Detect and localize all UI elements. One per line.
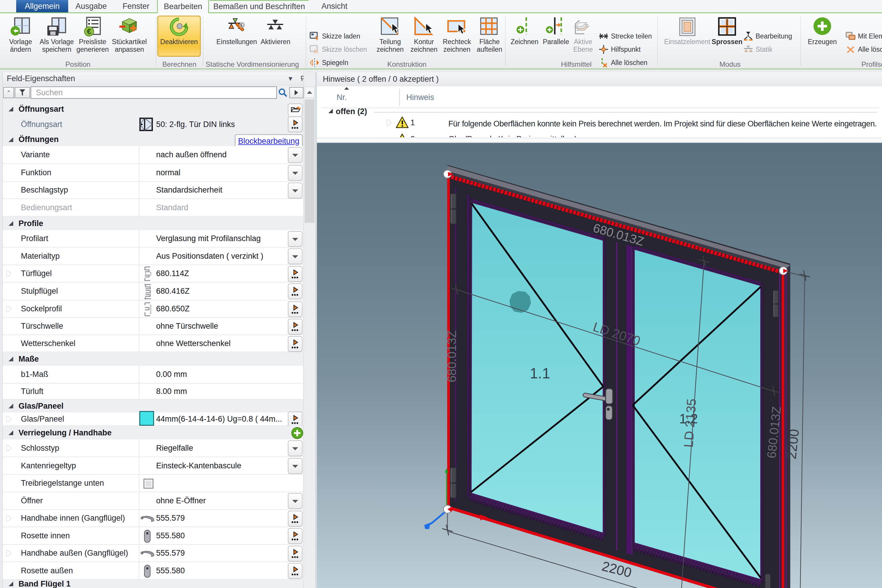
svg-text:2200: 2200	[783, 428, 802, 460]
svg-text:1.1: 1.1	[530, 365, 550, 382]
svg-text:1.2: 1.2	[679, 411, 698, 426]
svg-text:€: €	[87, 27, 91, 36]
svg-text:680.013Z: 680.013Z	[445, 330, 459, 382]
